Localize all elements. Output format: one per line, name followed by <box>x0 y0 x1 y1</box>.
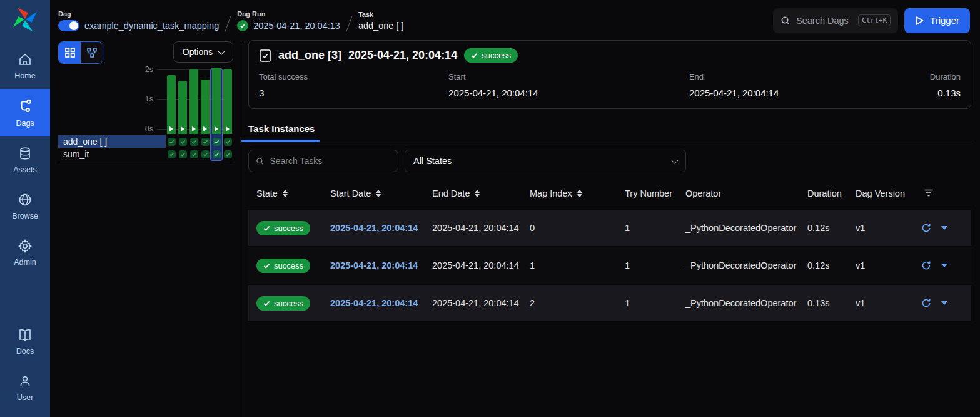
task-instance-check-icon[interactable] <box>201 138 210 146</box>
start-date-link[interactable]: 2025-04-21, 20:04:14 <box>320 260 422 270</box>
status-badge: success <box>256 259 310 273</box>
row-menu-caret-icon[interactable] <box>941 264 947 267</box>
column-header-start-date[interactable]: Start Date <box>320 188 422 198</box>
dag-crumb-label: Dag <box>58 10 219 18</box>
task-instance-check-icon[interactable] <box>201 150 210 158</box>
sidebar-item-docs[interactable]: Docs <box>0 318 50 364</box>
sidebar-item-browse[interactable]: Browse <box>0 183 50 229</box>
dag-run-column <box>166 69 177 160</box>
duration: 0.12s <box>797 223 846 233</box>
search-shortcut-badge: Ctrl+K <box>858 14 891 26</box>
graph-view-icon <box>86 47 98 58</box>
table-row[interactable]: success 2025-04-21, 20:04:14 2025-04-21,… <box>248 285 971 322</box>
sidebar-item-label: Browse <box>12 212 38 220</box>
dag-run-link[interactable]: 2025-04-21, 20:04:13 <box>253 21 340 31</box>
dag-run-column <box>222 69 233 160</box>
topbar: Dag example_dynamic_task_mapping Dag Run… <box>50 0 980 41</box>
try-number: 1 <box>615 298 675 308</box>
task-instance-check-icon[interactable] <box>179 138 187 146</box>
task-instance-check-icon[interactable] <box>213 150 221 158</box>
sidebar-item-dags[interactable]: Dags <box>0 89 50 136</box>
run-play-icon <box>203 126 207 131</box>
run-play-icon <box>226 126 230 131</box>
search-tasks-input[interactable] <box>270 156 391 166</box>
dag-run-column <box>200 69 211 160</box>
run-duration-bar[interactable] <box>178 81 187 134</box>
axis-tick-1s: 1s <box>145 95 153 103</box>
stat-end: End 2025-04-21, 20:04:14 <box>689 72 930 98</box>
check-icon <box>263 300 270 307</box>
column-header-state[interactable]: State <box>248 188 320 198</box>
column-header-map-index[interactable]: Map Index <box>520 188 615 198</box>
run-duration-bar[interactable] <box>223 69 232 134</box>
row-menu-caret-icon[interactable] <box>941 226 947 230</box>
run-play-icon <box>169 126 173 131</box>
run-duration-bar[interactable] <box>167 75 176 134</box>
dag-pause-toggle[interactable] <box>58 20 79 31</box>
run-success-check-icon <box>237 20 248 31</box>
status-badge: success <box>464 48 518 63</box>
task-row-add-one[interactable]: add_one [ ] <box>58 135 166 148</box>
breadcrumb-separator <box>346 16 352 31</box>
search-icon <box>780 16 791 26</box>
sort-icon <box>577 190 582 197</box>
table-header-row: State Start Date End Date Map Index <box>248 177 971 210</box>
sidebar-item-user[interactable]: User <box>0 364 50 417</box>
row-menu-caret-icon[interactable] <box>941 301 947 305</box>
sort-icon <box>376 190 381 197</box>
task-run-timestamp: 2025-04-21, 20:04:14 <box>348 49 457 62</box>
end-date: 2025-04-21, 20:04:14 <box>422 260 520 270</box>
task-instance-check-icon[interactable] <box>179 150 187 158</box>
state-filter-select[interactable]: All States <box>405 150 686 172</box>
graph-view-button[interactable] <box>81 42 103 63</box>
task-instance-check-icon[interactable] <box>190 150 198 158</box>
column-header-operator: Operator <box>675 188 797 198</box>
operator: _PythonDecoratedOperator <box>675 298 797 308</box>
table-row[interactable]: success 2025-04-21, 20:04:14 2025-04-21,… <box>248 247 971 285</box>
start-date-link[interactable]: 2025-04-21, 20:04:14 <box>320 223 422 233</box>
sidebar-item-assets[interactable]: Assets <box>0 136 50 183</box>
tab-strip: Task Instances <box>248 120 971 142</box>
run-duration-bar[interactable] <box>189 69 198 134</box>
run-duration-bar[interactable] <box>201 80 210 134</box>
task-instance-check-icon[interactable] <box>168 150 176 158</box>
run-duration-bar[interactable] <box>212 68 221 134</box>
column-filter-icon[interactable] <box>915 188 934 199</box>
axis-tick-2s: 2s <box>145 65 153 74</box>
clear-task-icon[interactable] <box>921 223 931 233</box>
stat-duration: Duration 0.13s <box>930 72 961 98</box>
dag-name-link[interactable]: example_dynamic_task_mapping <box>84 21 219 31</box>
breadcrumb-separator <box>225 16 231 31</box>
sidebar-item-label: User <box>17 393 33 402</box>
dag-grid-panel: Options 2s 1s 0s add_one [ ] sum_it <box>50 41 241 417</box>
trigger-button[interactable]: Trigger <box>904 8 970 33</box>
sidebar-item-admin[interactable]: Admin <box>0 229 50 275</box>
task-row-sum-it[interactable]: sum_it <box>58 148 166 160</box>
search-dags-input[interactable]: Search Dags Ctrl+K <box>773 8 898 33</box>
task-name-column: add_one [ ] sum_it <box>58 69 166 160</box>
start-date-link[interactable]: 2025-04-21, 20:04:14 <box>320 298 422 308</box>
grid-view-button[interactable] <box>59 42 81 63</box>
clear-task-icon[interactable] <box>921 260 931 270</box>
task-instance-check-icon[interactable] <box>213 138 221 146</box>
column-header-dag-version: Dag Version <box>846 188 915 198</box>
airflow-logo-icon[interactable] <box>11 5 39 36</box>
column-header-end-date[interactable]: End Date <box>422 188 520 198</box>
table-row[interactable]: success 2025-04-21, 20:04:14 2025-04-21,… <box>248 210 971 247</box>
dag-version: v1 <box>846 223 915 233</box>
run-play-icon <box>192 126 196 131</box>
trigger-label: Trigger <box>930 15 959 26</box>
task-instance-check-icon[interactable] <box>224 138 232 146</box>
map-index: 0 <box>520 223 615 233</box>
options-button[interactable]: Options <box>173 41 233 63</box>
task-instance-check-icon[interactable] <box>168 138 176 146</box>
check-icon <box>263 225 270 232</box>
tab-task-instances[interactable]: Task Instances <box>248 120 315 142</box>
task-instance-check-icon[interactable] <box>224 150 232 158</box>
task-instance-check-icon[interactable] <box>190 138 198 146</box>
sidebar-item-home[interactable]: Home <box>0 43 50 89</box>
search-dags-placeholder: Search Dags <box>796 16 849 26</box>
operator: _PythonDecoratedOperator <box>675 223 797 233</box>
clear-task-icon[interactable] <box>921 298 931 308</box>
sidebar: Home Dags Assets Browse <box>0 0 50 417</box>
